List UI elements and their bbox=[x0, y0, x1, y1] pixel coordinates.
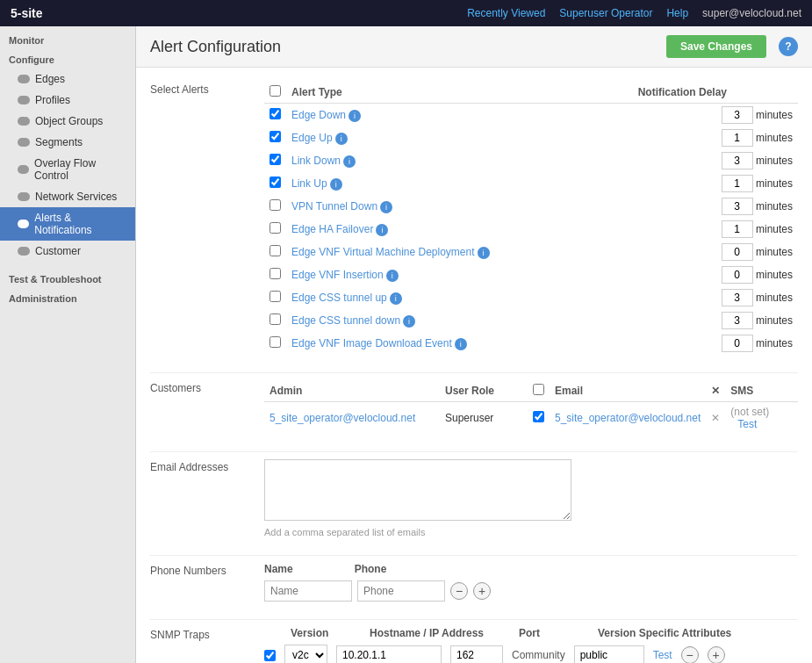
alert-name-1[interactable]: Edge Up bbox=[291, 132, 333, 144]
alert-checkbox-1[interactable] bbox=[269, 131, 281, 142]
alert-name-5[interactable]: Edge HA Failover bbox=[291, 223, 373, 235]
email-addresses-label: Email Addresses bbox=[150, 459, 264, 537]
layout: Monitor Configure Edges Profiles Object … bbox=[0, 26, 812, 663]
sidebar-label-segments: Segments bbox=[35, 136, 83, 148]
phone-number-input[interactable] bbox=[357, 580, 445, 602]
customers-table: Admin User Role Email ✕ SMS 5_site_opera… bbox=[264, 380, 798, 434]
snmp-row-checkbox[interactable] bbox=[264, 650, 276, 661]
sidebar-item-customer[interactable]: Customer bbox=[0, 241, 135, 262]
alert-checkbox-6[interactable] bbox=[269, 245, 281, 256]
minutes-label-4: minutes bbox=[756, 200, 793, 213]
add-snmp-btn[interactable]: + bbox=[708, 646, 725, 663]
alert-checkbox-3[interactable] bbox=[269, 177, 281, 188]
alert-name-3[interactable]: Link Up bbox=[291, 177, 327, 190]
alert-row: Edge HA Failoveri minutes bbox=[264, 218, 798, 241]
delay-input-2[interactable] bbox=[722, 152, 753, 169]
customers-section-label: Customers bbox=[150, 380, 264, 434]
alert-checkbox-10[interactable] bbox=[269, 336, 281, 348]
sidebar-item-alerts[interactable]: Alerts & Notifications bbox=[0, 207, 135, 241]
select-all-checkbox[interactable] bbox=[269, 85, 281, 97]
alert-info-icon-2[interactable]: i bbox=[343, 155, 356, 168]
remove-snmp-btn[interactable]: − bbox=[681, 646, 699, 663]
alert-checkbox-2[interactable] bbox=[269, 154, 281, 165]
alert-info-icon-0[interactable]: i bbox=[349, 110, 361, 122]
snmp-row: v2c Community Test − + bbox=[264, 645, 798, 663]
alert-name-8[interactable]: Edge CSS tunnel up bbox=[291, 292, 387, 304]
alert-info-icon-5[interactable]: i bbox=[376, 224, 388, 236]
sidebar-item-object-groups[interactable]: Object Groups bbox=[0, 111, 135, 132]
help-button[interactable]: ? bbox=[779, 37, 798, 56]
alert-info-icon-9[interactable]: i bbox=[403, 315, 415, 328]
customer-x-btn[interactable]: ✕ bbox=[706, 402, 725, 435]
sidebar-item-profiles[interactable]: Profiles bbox=[0, 90, 135, 111]
save-button[interactable]: Save Changes bbox=[666, 35, 766, 58]
minutes-label-3: minutes bbox=[756, 177, 793, 190]
alert-name-9[interactable]: Edge CSS tunnel down bbox=[291, 314, 400, 327]
alert-checkbox-7[interactable] bbox=[269, 268, 281, 279]
delay-input-8[interactable] bbox=[722, 289, 753, 306]
help-link[interactable]: Help bbox=[666, 7, 688, 19]
minutes-label-10: minutes bbox=[756, 337, 793, 350]
phone-name-input[interactable] bbox=[264, 580, 352, 602]
alert-name-2[interactable]: Link Down bbox=[291, 155, 341, 167]
superuser-link[interactable]: Superuser Operator bbox=[559, 7, 652, 19]
snmp-test-link[interactable]: Test bbox=[653, 649, 672, 661]
delay-input-9[interactable] bbox=[722, 312, 753, 329]
alert-info-icon-6[interactable]: i bbox=[478, 247, 490, 259]
alert-info-icon-7[interactable]: i bbox=[386, 270, 399, 282]
email-col-checkbox[interactable] bbox=[533, 384, 544, 395]
alert-info-icon-1[interactable]: i bbox=[335, 133, 348, 145]
delay-input-1[interactable] bbox=[722, 129, 753, 147]
alert-checkbox-5[interactable] bbox=[269, 222, 281, 234]
delay-input-7[interactable] bbox=[722, 266, 753, 284]
alert-checkbox-9[interactable] bbox=[269, 313, 281, 325]
alert-name-4[interactable]: VPN Tunnel Down bbox=[291, 200, 377, 213]
alert-row: Link Upi minutes bbox=[264, 172, 798, 195]
snmp-community-input[interactable] bbox=[574, 645, 644, 663]
sidebar-item-network-services[interactable]: Network Services bbox=[0, 186, 135, 207]
customer-email-checkbox[interactable] bbox=[533, 411, 544, 422]
alert-name-0[interactable]: Edge Down bbox=[291, 109, 346, 121]
snmp-version-select[interactable]: v2c bbox=[284, 645, 327, 663]
alert-name-6[interactable]: Edge VNF Virtual Machine Deployment bbox=[291, 246, 475, 258]
email-addresses-content: Add a comma separated list of emails bbox=[264, 459, 798, 537]
sidebar-item-edges[interactable]: Edges bbox=[0, 68, 135, 90]
alert-row: Edge CSS tunnel downi minutes bbox=[264, 309, 798, 332]
email-addresses-textarea[interactable] bbox=[264, 459, 571, 521]
delay-input-5[interactable] bbox=[722, 220, 753, 238]
alert-info-icon-3[interactable]: i bbox=[330, 178, 342, 191]
delay-input-3[interactable] bbox=[722, 175, 753, 192]
alert-info-icon-10[interactable]: i bbox=[455, 338, 467, 350]
delay-input-6[interactable] bbox=[722, 243, 753, 261]
alert-info-icon-4[interactable]: i bbox=[380, 201, 392, 213]
alert-checkbox-4[interactable] bbox=[269, 199, 281, 211]
delay-input-4[interactable] bbox=[722, 198, 753, 215]
recently-viewed-link[interactable]: Recently Viewed bbox=[467, 7, 545, 19]
alert-name-7[interactable]: Edge VNF Insertion bbox=[291, 269, 384, 281]
snmp-hostname-input[interactable] bbox=[336, 645, 442, 663]
test-troubleshoot-header[interactable]: Test & Troubleshoot bbox=[0, 269, 135, 288]
phone-numbers-label: Phone Numbers bbox=[150, 563, 264, 602]
delay-input-0[interactable] bbox=[722, 106, 753, 124]
alert-info-icon-8[interactable]: i bbox=[390, 292, 402, 305]
sidebar-item-overlay-flow[interactable]: Overlay Flow Control bbox=[0, 153, 135, 186]
alert-name-10[interactable]: Edge VNF Image Download Event bbox=[291, 337, 452, 350]
add-phone-btn[interactable]: + bbox=[473, 582, 491, 600]
remove-phone-btn[interactable]: − bbox=[450, 582, 468, 600]
delay-input-10[interactable] bbox=[722, 335, 753, 352]
alert-checkbox-0[interactable] bbox=[269, 108, 281, 119]
alert-checkbox-8[interactable] bbox=[269, 291, 281, 302]
snmp-traps-label: SNMP Traps bbox=[150, 627, 264, 663]
name-col-header: Name bbox=[264, 563, 293, 575]
alert-type-header: Alert Type bbox=[286, 82, 633, 104]
nav-links: Recently Viewed Superuser Operator Help … bbox=[467, 7, 801, 19]
sidebar-label-edges: Edges bbox=[35, 73, 65, 85]
snmp-col-headers: Version Hostname / IP Address Port Versi… bbox=[264, 627, 798, 639]
sidebar-label-alerts: Alerts & Notifications bbox=[34, 212, 126, 236]
alert-row: Edge VNF Insertioni minutes bbox=[264, 263, 798, 286]
snmp-port-input[interactable] bbox=[450, 645, 503, 663]
administration-header[interactable]: Administration bbox=[0, 288, 135, 307]
cloud-icon bbox=[18, 117, 30, 126]
sms-test-link[interactable]: Test bbox=[737, 418, 757, 430]
sidebar-item-segments[interactable]: Segments bbox=[0, 132, 135, 153]
